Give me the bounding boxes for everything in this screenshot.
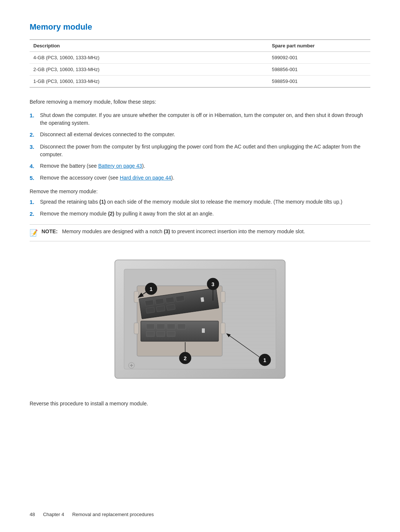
table-row: 2-GB (PC3, 10600, 1333-MHz)598856-001 <box>30 64 370 76</box>
remove-step-item: 2.Remove the memory module (2) by pullin… <box>30 210 370 218</box>
svg-rect-34 <box>176 295 185 302</box>
table-cell-description: 2-GB (PC3, 10600, 1333-MHz) <box>30 64 268 76</box>
svg-rect-32 <box>155 298 164 304</box>
memory-module-diagram: 1 3 2 1 <box>104 249 296 389</box>
page-title: Memory module <box>30 22 370 32</box>
table-cell-part: 599092-001 <box>268 52 370 64</box>
svg-rect-38 <box>201 297 204 302</box>
svg-rect-46 <box>167 331 175 337</box>
prereq-steps-list: 1.Shut down the computer. If you are uns… <box>30 111 370 183</box>
prereq-step-item: 2.Disconnect all external devices connec… <box>30 131 370 139</box>
svg-rect-48 <box>134 291 139 302</box>
footer-chapter: Chapter 4 <box>43 512 64 517</box>
svg-text:1: 1 <box>150 286 153 292</box>
note-icon: 📝 <box>30 228 38 238</box>
note-text: Memory modules are designed with a notch… <box>62 228 305 234</box>
table-cell-description: 4-GB (PC3, 10600, 1333-MHz) <box>30 52 268 64</box>
diagram-container: 1 3 2 1 <box>30 249 370 389</box>
step-text: Remove the battery (see Battery on page … <box>40 162 370 171</box>
footer-chapter-title: Removal and replacement procedures <box>72 512 154 517</box>
prereq-step-item: 5.Remove the accessory cover (see Hard d… <box>30 174 370 183</box>
svg-rect-41 <box>157 324 165 329</box>
svg-rect-40 <box>146 324 154 329</box>
svg-rect-50 <box>221 291 225 302</box>
step-number: 5. <box>30 174 40 183</box>
step-number: 2. <box>30 131 40 139</box>
footer-page-number: 48 <box>30 512 35 517</box>
remove-step-item: 1.Spread the retaining tabs (1) on each … <box>30 198 370 207</box>
note-label: NOTE: <box>41 228 58 234</box>
step-text: Remove the accessory cover (see Hard dri… <box>40 174 370 183</box>
page-footer: 48 Chapter 4 Removal and replacement pro… <box>30 512 154 517</box>
step-text: Remove the memory module (2) by pulling … <box>40 210 370 218</box>
table-row: 4-GB (PC3, 10600, 1333-MHz)599092-001 <box>30 52 370 64</box>
svg-rect-43 <box>177 324 186 329</box>
step-number: 4. <box>30 162 40 171</box>
prereq-step-item: 4.Remove the battery (see Battery on pag… <box>30 162 370 171</box>
remove-steps-list: 1.Spread the retaining tabs (1) on each … <box>30 198 370 218</box>
svg-rect-45 <box>157 331 165 337</box>
table-cell-part: 598856-001 <box>268 64 370 76</box>
step-link[interactable]: Battery on page 43 <box>98 163 142 169</box>
table-cell-part: 598859-001 <box>268 76 370 88</box>
reverse-text: Reverse this procedure to install a memo… <box>30 401 370 406</box>
svg-rect-44 <box>146 331 154 337</box>
intro-text: Before removing a memory module, follow … <box>30 99 370 105</box>
svg-rect-31 <box>145 300 154 306</box>
svg-rect-37 <box>167 304 176 310</box>
step-number: 1. <box>30 111 40 127</box>
svg-rect-51 <box>221 323 225 334</box>
parts-table: Description Spare part number 4-GB (PC3,… <box>30 39 370 88</box>
step-text: Shut down the computer. If you are unsur… <box>40 111 370 127</box>
svg-text:2: 2 <box>184 355 187 361</box>
step-text: Spread the retaining tabs (1) on each si… <box>40 198 370 207</box>
svg-rect-36 <box>156 305 165 312</box>
step-text: Disconnect all external devices connecte… <box>40 131 370 139</box>
prereq-step-item: 1.Shut down the computer. If you are uns… <box>30 111 370 127</box>
step-number: 2. <box>30 210 40 218</box>
svg-rect-49 <box>134 323 139 334</box>
step-number: 3. <box>30 143 40 158</box>
remove-section-label: Remove the memory module: <box>30 188 370 194</box>
step-link[interactable]: Hard drive on page 44 <box>120 175 171 181</box>
table-cell-description: 1-GB (PC3, 10600, 1333-MHz) <box>30 76 268 88</box>
svg-rect-35 <box>146 307 155 313</box>
table-header-description: Description <box>30 40 268 52</box>
svg-rect-42 <box>167 324 175 329</box>
prereq-step-item: 3.Disconnect the power from the computer… <box>30 143 370 158</box>
note-box: 📝 NOTE: Memory modules are designed with… <box>30 224 370 241</box>
svg-rect-47 <box>202 328 205 333</box>
svg-rect-33 <box>166 297 174 303</box>
step-number: 1. <box>30 198 40 207</box>
table-row: 1-GB (PC3, 10600, 1333-MHz)598859-001 <box>30 76 370 88</box>
step-text: Disconnect the power from the computer b… <box>40 143 370 158</box>
note-content: NOTE: Memory modules are designed with a… <box>41 228 305 235</box>
svg-text:3: 3 <box>211 281 214 287</box>
svg-text:1: 1 <box>263 357 266 363</box>
table-header-spare: Spare part number <box>268 40 370 52</box>
